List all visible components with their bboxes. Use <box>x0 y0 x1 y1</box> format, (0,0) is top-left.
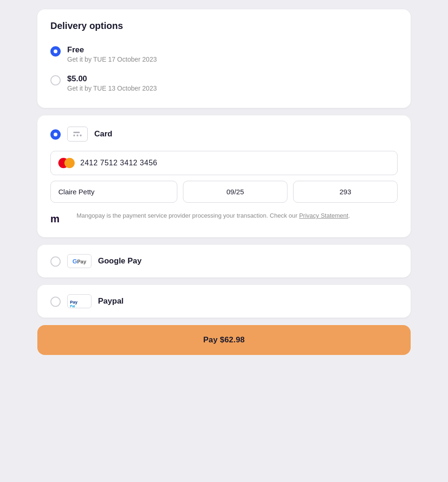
payment-header: Card <box>50 127 398 142</box>
delivery-options-card: Delivery options Free Get it by TUE 17 O… <box>37 9 411 108</box>
svg-text:Pay: Pay <box>70 300 77 305</box>
card-icon-dot-3 <box>80 135 82 136</box>
card-number-text: 2412 7512 3412 3456 <box>80 159 157 167</box>
delivery-price-free: Free <box>67 45 157 55</box>
mangopay-info: m Mangopay is the payment service provid… <box>50 211 398 226</box>
delivery-section-title: Delivery options <box>50 21 398 31</box>
mc-yellow-circle <box>64 158 75 168</box>
card-fields-row <box>50 181 398 203</box>
paypal-option[interactable]: Pay Pal Paypal <box>37 285 411 318</box>
paypal-label: Paypal <box>98 297 124 306</box>
radio-google-pay[interactable] <box>50 256 61 267</box>
delivery-option-free[interactable]: Free Get it by TUE 17 October 2023 <box>50 41 398 68</box>
pay-button[interactable]: Pay $62.98 <box>37 325 411 355</box>
paypal-logo-box: Pay Pal <box>67 294 91 308</box>
mangopay-text: Mangopay is the payment service provider… <box>77 211 350 220</box>
card-icon-line <box>73 132 80 133</box>
svg-text:m: m <box>50 213 60 225</box>
radio-card[interactable] <box>50 129 61 140</box>
card-icon-dot-1 <box>73 135 75 136</box>
card-icon-inner <box>73 132 82 136</box>
delivery-date-free: Get it by TUE 17 October 2023 <box>67 56 157 63</box>
delivery-option-paid[interactable]: $5.00 Get it by TUE 13 October 2023 <box>50 70 398 97</box>
privacy-statement-link[interactable]: Privacy Statement <box>299 212 349 219</box>
paypal-card[interactable]: Pay Pal Paypal <box>37 285 411 318</box>
radio-free[interactable] <box>50 46 61 57</box>
expiry-input[interactable] <box>183 181 287 203</box>
mangopay-logo: m <box>50 211 70 226</box>
google-pay-card[interactable]: GPay Google Pay <box>37 245 411 277</box>
payment-card-label: Card <box>94 129 112 139</box>
delivery-info-paid: $5.00 Get it by TUE 13 October 2023 <box>67 74 157 92</box>
card-icon-dot-2 <box>77 135 78 136</box>
gpay-logo-box: GPay <box>67 254 91 268</box>
card-number-field[interactable]: 2412 7512 3412 3456 <box>50 151 398 175</box>
card-icon-box <box>67 127 88 142</box>
delivery-price-paid: $5.00 <box>67 74 157 84</box>
delivery-date-paid: Get it by TUE 13 October 2023 <box>67 85 157 92</box>
google-pay-label: Google Pay <box>98 256 142 266</box>
mastercard-icon <box>58 158 75 168</box>
card-payment-card: Card 2412 7512 3412 3456 m Mangopay <box>37 115 411 237</box>
cvv-input[interactable] <box>293 181 398 203</box>
svg-text:Pal: Pal <box>70 305 75 307</box>
cardholder-name-input[interactable] <box>50 181 177 203</box>
main-container: Delivery options Free Get it by TUE 17 O… <box>37 9 411 355</box>
google-pay-option[interactable]: GPay Google Pay <box>37 245 411 277</box>
delivery-info-free: Free Get it by TUE 17 October 2023 <box>67 45 157 63</box>
radio-paypal[interactable] <box>50 297 61 307</box>
gpay-g-letter: GPay <box>72 258 86 265</box>
radio-paid[interactable] <box>50 75 61 85</box>
